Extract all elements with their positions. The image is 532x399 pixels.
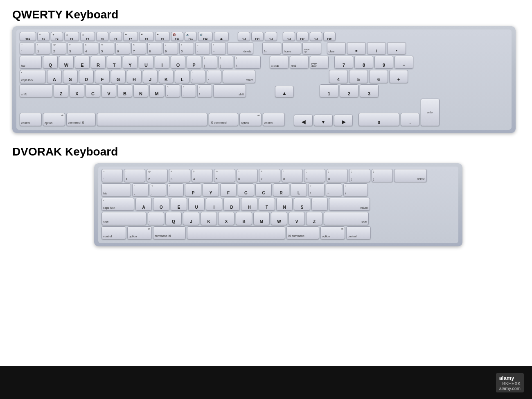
key-command-left[interactable]: command ⌘ xyxy=(66,113,96,126)
dv-key-e[interactable]: E xyxy=(171,198,187,211)
key-backtick[interactable]: ~` xyxy=(20,42,34,54)
dv-key-9[interactable]: (9 xyxy=(304,169,325,182)
key-9[interactable]: (9 xyxy=(163,42,178,54)
key-numpad-0[interactable]: 0 xyxy=(358,113,399,126)
key-f5[interactable]: F5 xyxy=(96,32,108,41)
key-j[interactable]: J xyxy=(143,70,158,83)
key-f8[interactable]: ⏯F8 xyxy=(139,32,154,41)
dv-key-q[interactable]: Q xyxy=(165,212,182,225)
dv-key-capslock[interactable]: • caps lock xyxy=(101,198,134,211)
key-numpad-6[interactable]: 6 xyxy=(369,70,388,83)
key-l[interactable]: L xyxy=(175,70,189,83)
key-numpad-plus[interactable]: + xyxy=(389,70,408,83)
key-f15[interactable]: F15 xyxy=(265,32,277,41)
key-5[interactable]: %5 xyxy=(99,42,114,54)
key-r[interactable]: R xyxy=(91,56,106,69)
key-delete[interactable]: delete xyxy=(227,42,253,54)
dv-key-k[interactable]: K xyxy=(201,212,217,225)
key-tab[interactable]: tab xyxy=(20,56,42,69)
key-f10[interactable]: 🔇F10 xyxy=(171,32,183,41)
key-return[interactable]: return xyxy=(223,70,255,83)
key-f3[interactable]: ⊞F3 xyxy=(64,32,79,41)
key-pageup[interactable]: pageup xyxy=(302,42,321,54)
dv-key-shift-right[interactable]: shift xyxy=(324,212,369,225)
key-period[interactable]: >. xyxy=(181,84,196,97)
key-arrow-down[interactable]: ▼ xyxy=(314,115,333,126)
dv-key-backslash[interactable]: |\ xyxy=(343,183,368,196)
key-q[interactable]: Q xyxy=(43,56,58,69)
dv-key-l[interactable]: L xyxy=(291,183,307,196)
key-numpad-9[interactable]: 9 xyxy=(374,56,393,69)
dv-key-o[interactable]: O xyxy=(153,198,169,211)
key-numpad-3[interactable]: 3 xyxy=(360,84,379,97)
key-f6[interactable]: F6 xyxy=(110,32,122,41)
key-arrow-up[interactable]: ▲ xyxy=(275,86,294,97)
key-space[interactable] xyxy=(97,113,207,126)
key-f9[interactable]: ⏭F9 xyxy=(155,32,170,41)
key-t[interactable]: T xyxy=(107,56,122,69)
dv-key-x[interactable]: X xyxy=(218,212,234,225)
key-n[interactable]: N xyxy=(133,84,148,97)
key-esc[interactable]: esc xyxy=(20,32,36,41)
dv-key-p[interactable]: P xyxy=(185,183,201,196)
dv-key-backtick[interactable]: ~` xyxy=(101,169,123,182)
dv-key-lbracket[interactable]: {[ xyxy=(349,169,370,182)
dv-key-control-right[interactable]: control xyxy=(346,226,371,239)
key-equals[interactable]: += xyxy=(211,42,226,54)
dv-key-tab[interactable]: tab xyxy=(101,183,131,196)
dv-key-y[interactable]: Y xyxy=(203,183,219,196)
key-command-right[interactable]: ⌘ command xyxy=(209,113,238,126)
key-z[interactable]: Z xyxy=(54,84,68,97)
dv-key-r[interactable]: R xyxy=(273,183,289,196)
dv-key-minus[interactable]: _- xyxy=(311,198,328,211)
key-delete-fwd[interactable]: delete▶ xyxy=(270,56,289,69)
key-option-left[interactable]: altoption xyxy=(43,113,65,126)
dv-key-s[interactable]: S xyxy=(294,198,310,211)
dv-key-i[interactable]: I xyxy=(206,198,222,211)
dv-key-period[interactable]: >. xyxy=(167,183,184,196)
key-shift-left[interactable]: shift xyxy=(20,84,52,97)
key-quote[interactable]: "' xyxy=(207,70,221,83)
key-fn[interactable]: fn xyxy=(262,42,281,54)
key-x[interactable]: X xyxy=(70,84,84,97)
dv-key-v[interactable]: V xyxy=(289,212,305,225)
dv-key-w[interactable]: W xyxy=(271,212,287,225)
dv-key-comma[interactable]: <, xyxy=(150,183,166,196)
dv-key-delete[interactable]: delete xyxy=(394,169,427,182)
key-v[interactable]: V xyxy=(101,84,116,97)
dv-key-n[interactable]: N xyxy=(276,198,293,211)
dv-key-rbracket[interactable]: }] xyxy=(372,169,393,182)
key-1[interactable]: !1 xyxy=(36,42,50,54)
key-f2[interactable]: ✦F2 xyxy=(51,32,63,41)
dv-key-option-left[interactable]: altoption xyxy=(127,226,152,239)
key-numpad-4[interactable]: 4 xyxy=(329,70,348,83)
key-2[interactable]: @2 xyxy=(52,42,66,54)
key-f7[interactable]: ⏮F7 xyxy=(123,32,138,41)
key-o[interactable]: O xyxy=(171,56,185,69)
key-numpad-7[interactable]: 7 xyxy=(334,56,353,69)
key-p[interactable]: P xyxy=(187,56,201,69)
key-f14[interactable]: F14 xyxy=(251,32,264,41)
key-minus[interactable]: _- xyxy=(195,42,210,54)
key-m[interactable]: M xyxy=(149,84,164,97)
dv-key-quote[interactable]: ", xyxy=(132,183,149,196)
key-eject[interactable]: ⏏ xyxy=(214,32,229,41)
key-c[interactable]: C xyxy=(86,84,100,97)
dv-key-z[interactable]: Z xyxy=(306,212,322,225)
key-6[interactable]: ^6 xyxy=(115,42,130,54)
key-d[interactable]: D xyxy=(79,70,94,83)
key-a[interactable]: A xyxy=(47,70,62,83)
key-option-right[interactable]: altoption xyxy=(239,113,261,126)
key-w[interactable]: W xyxy=(59,56,74,69)
key-numpad-slash[interactable]: / xyxy=(367,42,386,54)
dv-key-u[interactable]: U xyxy=(188,198,205,211)
key-backslash[interactable]: |\ xyxy=(234,56,261,69)
key-f[interactable]: F xyxy=(95,70,110,83)
key-b[interactable]: B xyxy=(117,84,132,97)
dv-key-4[interactable]: $4 xyxy=(192,169,213,182)
key-comma[interactable]: <, xyxy=(165,84,180,97)
dv-key-command-right[interactable]: ⌘ command xyxy=(286,226,319,239)
key-numpad-minus[interactable]: − xyxy=(394,56,413,69)
key-numpad-5[interactable]: 5 xyxy=(349,70,368,83)
key-end[interactable]: end xyxy=(290,56,309,69)
